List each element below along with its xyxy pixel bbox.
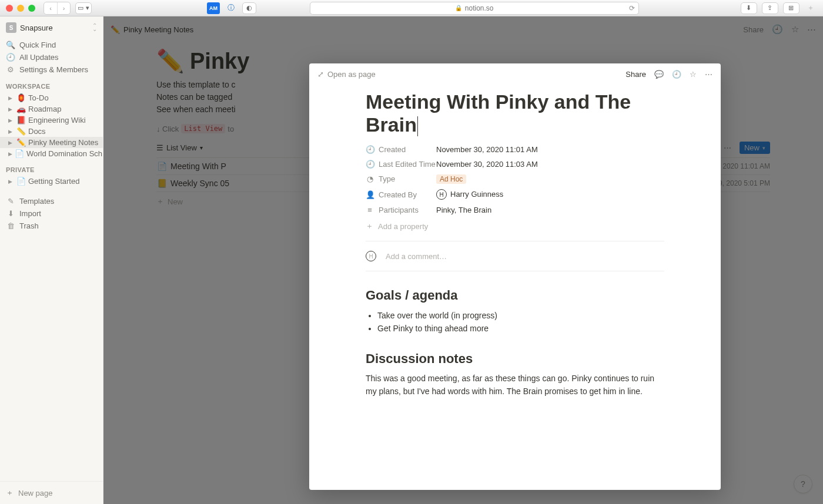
sidebar-page-todo[interactable]: ▶🏮To-Do xyxy=(0,92,103,103)
clock-icon: 🕘 xyxy=(366,145,374,154)
reader-button[interactable]: ◐ xyxy=(242,2,256,14)
sidebar-all-updates[interactable]: 🕘 All Updates xyxy=(0,51,103,63)
expand-icon: ⤢ xyxy=(317,70,324,79)
prop-value: Pinky, The Brain xyxy=(436,206,664,214)
modal-body: Meeting With Pinky and The Brain 🕘Create… xyxy=(309,86,721,409)
comments-icon[interactable]: 💬 xyxy=(654,70,664,79)
sidebar-page-pinky-meeting-notes[interactable]: ▶✏️Pinky Meeting Notes xyxy=(0,137,103,148)
workspace-name: Snapsure xyxy=(20,23,89,32)
import-icon: ⬇ xyxy=(6,209,15,218)
gear-icon: ⚙ xyxy=(6,65,15,74)
expand-icon[interactable]: ▶ xyxy=(8,129,14,135)
page-emoji: 🏮 xyxy=(16,93,26,102)
expand-icon[interactable]: ▶ xyxy=(8,140,14,146)
modal-title[interactable]: Meeting With Pinky and The Brain xyxy=(366,90,664,136)
sidebar-label: Import xyxy=(19,209,41,218)
maximize-window-icon[interactable] xyxy=(28,5,35,12)
page-emoji: 📕 xyxy=(16,116,26,125)
expand-icon[interactable]: ▶ xyxy=(8,95,14,101)
list-item[interactable]: Take over the world (in progress) xyxy=(377,309,664,322)
property-created[interactable]: 🕘Created November 30, 2020 11:01 AM xyxy=(366,142,664,157)
page-emoji: 📄 xyxy=(15,149,24,158)
sidebar-section-workspace: WORKSPACE xyxy=(0,76,103,92)
sidebar-quick-find[interactable]: 🔍 Quick Find xyxy=(0,39,103,51)
share-system-button[interactable]: ⇪ xyxy=(762,2,778,14)
heading-goals[interactable]: Goals / agenda xyxy=(366,288,664,303)
forward-button[interactable]: › xyxy=(57,2,70,14)
traffic-lights xyxy=(6,5,35,12)
divider xyxy=(366,271,664,271)
add-comment-placeholder: Add a comment… xyxy=(386,252,447,261)
list-item[interactable]: Get Pinky to thing ahead more xyxy=(377,322,664,335)
prop-label: Type xyxy=(379,174,395,183)
text-cursor xyxy=(417,116,418,136)
page-emoji: 📏 xyxy=(16,127,26,136)
lock-icon: 🔒 xyxy=(455,5,462,11)
new-tab-button[interactable]: ＋ xyxy=(804,2,817,14)
url-bar[interactable]: 🔒 notion.so ⟳ xyxy=(310,2,639,15)
page-modal: ⤢ Open as page Share 💬 🕘 ☆ ⋯ Meeting Wit… xyxy=(309,63,721,490)
updates-icon[interactable]: 🕘 xyxy=(672,70,681,79)
sidebar-new-page[interactable]: ＋New page xyxy=(0,482,103,504)
heading-discussion[interactable]: Discussion notes xyxy=(366,351,664,367)
expand-icon[interactable]: ▶ xyxy=(8,117,14,123)
sidebar-label: All Updates xyxy=(19,53,58,62)
open-as-page-button[interactable]: ⤢ Open as page xyxy=(317,70,376,79)
sidebar-label: Quick Find xyxy=(19,41,56,49)
sidebar-page-roadmap[interactable]: ▶🚗Roadmap xyxy=(0,103,103,115)
page-label: Getting Started xyxy=(28,177,79,186)
close-window-icon[interactable] xyxy=(6,5,13,12)
sidebar-settings[interactable]: ⚙ Settings & Members xyxy=(0,63,103,76)
sidebar-toggle-button[interactable]: ▭ ▾ xyxy=(75,2,92,14)
sidebar-trash[interactable]: 🗑Trash xyxy=(0,220,103,232)
prop-label: Last Edited Time xyxy=(379,160,436,169)
property-type[interactable]: ◔Type Ad Hoc xyxy=(366,172,664,186)
sidebar-page-engineering-wiki[interactable]: ▶📕Engineering Wiki xyxy=(0,115,103,126)
favorite-icon[interactable]: ☆ xyxy=(690,70,697,79)
expand-icon[interactable]: ▶ xyxy=(8,106,14,112)
add-property-label: Add a property xyxy=(378,222,428,231)
add-property-button[interactable]: ＋Add a property xyxy=(366,217,664,235)
prop-value: November 30, 2020 11:01 AM xyxy=(436,145,664,154)
sidebar-section-private: PRIVATE xyxy=(0,159,103,176)
goals-list[interactable]: Take over the world (in progress) Get Pi… xyxy=(366,309,664,335)
property-participants[interactable]: ≡Participants Pinky, The Brain xyxy=(366,203,664,217)
sidebar-page-getting-started[interactable]: ▶📄Getting Started xyxy=(0,176,103,187)
page-label: Roadmap xyxy=(28,105,61,113)
tabs-button[interactable]: ⊞ xyxy=(783,2,799,14)
sidebar-page-docs[interactable]: ▶📏Docs xyxy=(0,126,103,137)
expand-icon[interactable]: ▶ xyxy=(8,179,14,184)
more-icon[interactable]: ⋯ xyxy=(705,70,712,79)
modal-share-button[interactable]: Share xyxy=(625,70,646,79)
workspace-switcher[interactable]: S Snapsure ⌃⌄ xyxy=(0,16,103,39)
page-label: Pinky Meeting Notes xyxy=(28,138,98,147)
url-text: notion.so xyxy=(465,4,494,12)
discussion-body[interactable]: This was a good meeting, as far as these… xyxy=(366,372,664,398)
download-button[interactable]: ⬇ xyxy=(741,2,757,14)
page-emoji: 🚗 xyxy=(16,105,26,113)
templates-icon: ✎ xyxy=(6,197,15,206)
back-button[interactable]: ‹ xyxy=(44,2,57,14)
property-created-by[interactable]: 👤Created By HHarry Guinness xyxy=(366,186,664,203)
add-comment-row[interactable]: H Add a comment… xyxy=(366,247,664,265)
avatar: H xyxy=(436,189,447,200)
prop-value-tag: Ad Hoc xyxy=(436,174,466,184)
prop-label: Created By xyxy=(379,190,417,199)
refresh-icon[interactable]: ⟳ xyxy=(629,4,635,12)
extension-info-icon[interactable]: ⓘ xyxy=(225,2,237,14)
page-emoji: ✏️ xyxy=(16,138,26,147)
sidebar-label: New page xyxy=(18,489,53,498)
page-label: World Domination Sch… xyxy=(26,149,103,158)
prop-value: November 30, 2020 11:03 AM xyxy=(436,160,664,169)
expand-icon[interactable]: ▶ xyxy=(8,151,12,157)
text-icon: ≡ xyxy=(366,206,374,214)
extension-1password-icon[interactable]: AM xyxy=(207,2,220,14)
sidebar-page-world-domination[interactable]: ▶📄World Domination Sch… xyxy=(0,148,103,159)
minimize-window-icon[interactable] xyxy=(17,5,24,12)
page-label: To-Do xyxy=(28,93,49,102)
page-label: Docs xyxy=(28,127,46,136)
sidebar-templates[interactable]: ✎Templates xyxy=(0,195,103,207)
sidebar-import[interactable]: ⬇Import xyxy=(0,207,103,220)
property-last-edited[interactable]: 🕘Last Edited Time November 30, 2020 11:0… xyxy=(366,157,664,172)
app-shell: S Snapsure ⌃⌄ 🔍 Quick Find 🕘 All Updates… xyxy=(0,16,823,504)
